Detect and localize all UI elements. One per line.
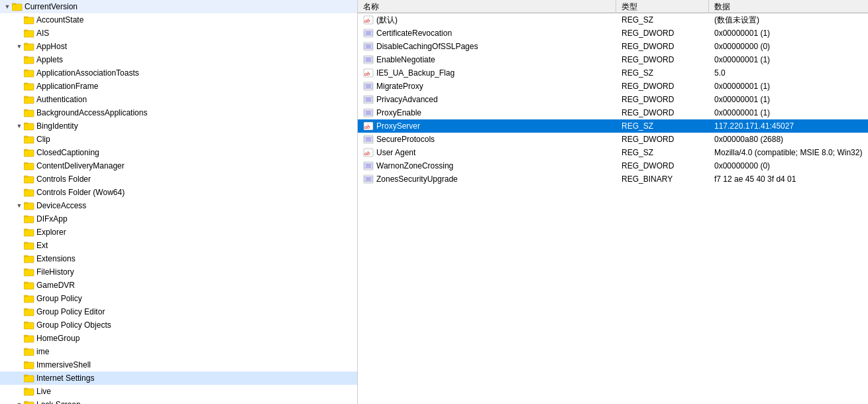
tree-label: Group Policy Editor: [36, 307, 105, 316]
expand-arrow[interactable]: ▼: [15, 200, 24, 211]
tree-item-currentversion[interactable]: ▼ CurrentVersion: [0, 0, 357, 13]
folder-icon: [24, 121, 34, 131]
svg-rect-44: [24, 296, 34, 303]
svg-rect-48: [24, 322, 34, 329]
reg-row-proxyenable[interactable]: ProxyEnableREG_DWORD0x00000001 (1): [358, 106, 868, 119]
tree-label: Clip: [36, 135, 50, 144]
svg-rect-31: [24, 202, 28, 204]
tree-container[interactable]: ▼ CurrentVersion AccountState AIS▼ AppHo…: [0, 0, 357, 404]
tree-item-ext[interactable]: Ext: [0, 239, 357, 252]
svg-rect-59: [24, 388, 28, 389]
tree-label: DeviceAccess: [36, 201, 86, 210]
tree-item-contentdeliverymanager[interactable]: ContentDeliveryManager: [0, 159, 357, 172]
tree-item-gamedvr[interactable]: GameDVR: [0, 279, 357, 292]
tree-item-ais[interactable]: AIS: [0, 27, 357, 40]
tree-item-internetsettings[interactable]: Internet Settings: [0, 371, 357, 385]
tree-item-extensions[interactable]: Extensions: [0, 252, 357, 265]
reg-type-cell: REG_DWORD: [616, 40, 709, 53]
svg-rect-40: [24, 269, 34, 276]
reg-name-text: MigrateProxy: [376, 82, 423, 91]
reg-row-disablecaching[interactable]: DisableCachingOfSSLPagesREG_DWORD0x00000…: [358, 40, 868, 53]
tree-label: HomeGroup: [36, 334, 80, 343]
reg-row-migrateproxy[interactable]: MigrateProxyREG_DWORD0x00000001 (1): [358, 80, 868, 93]
svg-rect-11: [24, 70, 28, 71]
tree-item-explorer[interactable]: Explorer: [0, 226, 357, 239]
reg-name-cell: SecureProtocols: [358, 133, 616, 146]
reg-value-icon: [363, 28, 374, 38]
folder-icon: [24, 241, 34, 250]
tree-label: ContentDeliveryManager: [36, 161, 125, 170]
svg-rect-27: [24, 176, 28, 177]
svg-rect-14: [24, 97, 34, 103]
reg-name-cell: PrivacyAdvanced: [358, 93, 616, 106]
expand-arrow[interactable]: ▼: [15, 41, 24, 52]
tree-item-clip[interactable]: Clip: [0, 133, 357, 146]
tree-item-ime[interactable]: ime: [0, 345, 357, 358]
tree-item-closedcaptioning[interactable]: ClosedCaptioning: [0, 146, 357, 159]
tree-item-bingidentity[interactable]: ▼ BingIdentity: [0, 119, 357, 133]
reg-name-cell: ProxyEnable: [358, 106, 616, 119]
expand-arrow[interactable]: ▼: [3, 1, 12, 12]
tree-item-applicationframe[interactable]: ApplicationFrame: [0, 80, 357, 93]
tree-item-grouppolicyobjects[interactable]: Group Policy Objects: [0, 318, 357, 332]
svg-text:ab: ab: [364, 18, 370, 24]
svg-text:ab: ab: [364, 71, 370, 77]
registry-scroll[interactable]: ab (默认)REG_SZ(数值未设置) CertificateRevocati…: [358, 13, 868, 404]
tree-label: ime: [36, 347, 49, 356]
tree-item-lockscreen[interactable]: ▼ Lock Screen: [0, 398, 357, 404]
svg-rect-47: [24, 308, 28, 310]
svg-rect-58: [24, 389, 34, 395]
reg-row-proxyserver[interactable]: ab ProxyServerREG_SZ117.220.171.41:45027: [358, 119, 868, 133]
tree-item-apphost[interactable]: ▼ AppHost: [0, 40, 357, 53]
tree-item-controlsfolderwow64[interactable]: Controls Folder (Wow64): [0, 186, 357, 199]
tree-item-grouppolicyeditor[interactable]: Group Policy Editor: [0, 305, 357, 318]
reg-type-cell: REG_SZ: [616, 66, 709, 80]
tree-item-applicationassociationtoasts[interactable]: ApplicationAssociationToasts: [0, 66, 357, 80]
svg-rect-42: [24, 283, 34, 289]
reg-value-icon: [363, 107, 374, 118]
tree-item-homegroup[interactable]: HomeGroup: [0, 332, 357, 345]
expand-arrow[interactable]: ▼: [15, 399, 24, 404]
reg-row-ie5backup[interactable]: ab IE5_UA_Backup_FlagREG_SZ5.0: [358, 66, 868, 80]
tree-item-filehistory[interactable]: FileHistory: [0, 265, 357, 279]
svg-rect-20: [24, 137, 34, 143]
tree-item-accountstate[interactable]: AccountState: [0, 13, 357, 27]
registry-header-类型: 类型: [616, 0, 709, 13]
reg-name-text: EnableNegotiate: [376, 55, 435, 64]
tree-item-deviceaccess[interactable]: ▼ DeviceAccess: [0, 199, 357, 212]
reg-row-default[interactable]: ab (默认)REG_SZ(数值未设置): [358, 13, 868, 27]
reg-row-certrevoc[interactable]: CertificateRevocationREG_DWORD0x00000001…: [358, 27, 868, 40]
tree-item-authentication[interactable]: Authentication: [0, 93, 357, 106]
svg-rect-0: [12, 4, 22, 11]
reg-row-enablenegotiate[interactable]: EnableNegotiateREG_DWORD0x00000001 (1): [358, 53, 868, 66]
svg-rect-1: [12, 3, 16, 5]
tree-item-controlsfolder[interactable]: Controls Folder: [0, 172, 357, 186]
tree-label: ApplicationAssociationToasts: [36, 68, 139, 78]
reg-name-text: ProxyServer: [376, 121, 420, 131]
reg-row-useragent[interactable]: ab User AgentREG_SZMozilla/4.0 (compatib…: [358, 146, 868, 159]
tree-item-immersiveshell[interactable]: ImmersiveShell: [0, 358, 357, 371]
reg-name-text: ProxyEnable: [376, 108, 421, 117]
reg-data-cell: 0x00000001 (1): [709, 106, 868, 119]
tree-item-applets[interactable]: Applets: [0, 53, 357, 66]
tree-item-grouppolicy[interactable]: Group Policy: [0, 292, 357, 305]
svg-rect-12: [24, 84, 34, 90]
tree-item-live[interactable]: Live: [0, 385, 357, 398]
folder-icon: [24, 400, 34, 404]
reg-data-cell: (数值未设置): [709, 13, 868, 27]
folder-icon: [24, 320, 34, 330]
reg-value-icon: [363, 81, 374, 92]
expand-arrow[interactable]: ▼: [15, 121, 24, 131]
reg-data-cell: 0x00000a80 (2688): [709, 133, 868, 146]
reg-data-cell: 0x00000001 (1): [709, 53, 868, 66]
reg-row-secureprotocols[interactable]: SecureProtocolsREG_DWORD0x00000a80 (2688…: [358, 133, 868, 146]
reg-row-privacyadvanced[interactable]: PrivacyAdvancedREG_DWORD0x00000001 (1): [358, 93, 868, 106]
tree-item-backgroundaccessapplications[interactable]: BackgroundAccessApplications: [0, 106, 357, 119]
tree-item-difxapp[interactable]: DIFxApp: [0, 212, 357, 226]
reg-type-cell: REG_DWORD: [616, 80, 709, 93]
reg-name-cell: CertificateRevocation: [358, 27, 616, 40]
reg-row-zonesecurity[interactable]: ZonesSecurityUpgradeREG_BINARYf7 12 ae 4…: [358, 172, 868, 186]
svg-rect-25: [24, 163, 28, 164]
reg-data-cell: f7 12 ae 45 40 3f d4 01: [709, 172, 868, 186]
reg-row-warnonzone[interactable]: WarnonZoneCrossingREG_DWORD0x00000000 (0…: [358, 159, 868, 172]
